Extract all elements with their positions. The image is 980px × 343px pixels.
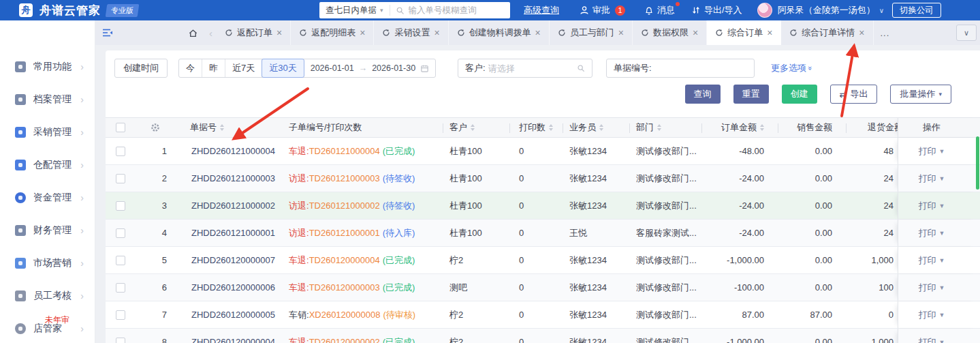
print-dropdown-button[interactable]: 打印 ▼ [919,200,945,212]
sub-order-number-link[interactable]: XD260120000008 [309,310,381,320]
refresh-icon[interactable] [558,29,566,37]
tab[interactable]: 数据权限 × [633,20,707,45]
order-number-link[interactable]: ZHDD260121000002 [191,200,275,211]
refresh-icon[interactable] [299,29,307,37]
refresh-icon[interactable] [641,29,649,37]
close-icon[interactable]: × [276,28,282,38]
close-icon[interactable]: × [693,28,698,38]
calendar-icon[interactable] [420,64,429,73]
tab[interactable]: 综合订单详情 × [781,20,873,45]
refresh-icon[interactable] [225,29,233,37]
order-number-link[interactable]: ZHDD260121000003 [191,173,275,183]
date-to[interactable]: 2026-01-30 [372,63,415,73]
scrollbar-thumb[interactable] [976,136,979,190]
sub-order-number-link[interactable]: TD260121000001 [309,228,380,238]
export-button[interactable]: ⇄ 导出 [830,85,878,104]
refresh-icon[interactable] [382,29,390,37]
header-print-count[interactable]: 打印数 [509,118,563,137]
order-number-link[interactable]: ZHDD260120000005 [191,310,275,320]
print-dropdown-button[interactable]: 打印 ▼ [919,173,945,185]
row-checkbox[interactable] [116,174,125,183]
create-time-selector[interactable]: 创建时间 [114,59,168,78]
refresh-icon[interactable] [457,29,465,37]
row-checkbox[interactable] [116,256,125,265]
sub-order-number-link[interactable]: TD260121000002 [309,200,380,211]
close-icon[interactable]: × [618,28,624,38]
header-order-amount[interactable]: 订单金额 [701,118,778,137]
advanced-search-link[interactable]: 高级查询 [524,4,559,16]
quick-range-7d[interactable]: 近7天 [225,59,262,77]
close-icon[interactable]: × [535,28,541,38]
sidebar-collapse-icon[interactable] [102,28,113,38]
sub-order-number-link[interactable]: TD260120000003 [309,282,380,293]
order-number-link[interactable]: ZHDD260120000006 [191,282,275,293]
tab-expand-dropdown[interactable]: ∨ [956,25,977,41]
quick-range-yesterday[interactable]: 昨 [202,59,225,77]
search-scope-dropdown[interactable]: 查七日内单据 ▾ [319,5,390,16]
row-checkbox[interactable] [116,310,125,320]
sub-order-number-link[interactable]: TD260120000004 [309,255,380,265]
print-dropdown-button[interactable]: 打印 ▼ [919,254,945,267]
row-checkbox[interactable] [116,283,125,293]
print-dropdown-button[interactable]: 打印 ▼ [919,227,945,239]
order-no-input[interactable] [654,63,747,74]
more-options-link[interactable]: 更多选项 » [771,62,812,74]
order-search-input[interactable] [409,5,510,15]
print-dropdown-button[interactable]: 打印 ▼ [919,309,945,321]
reset-button[interactable]: 重置 [733,85,769,104]
row-checkbox[interactable] [116,228,125,238]
order-number-link[interactable]: ZHDD260120000007 [191,255,275,265]
order-number-link[interactable]: ZHDD260120000004 [191,337,275,343]
order-number-link[interactable]: ZHDD260121000004 [191,146,275,156]
header-order-no[interactable]: 单据号 [175,118,287,137]
quick-range-today[interactable]: 今 [179,59,202,77]
close-icon[interactable]: × [360,28,365,38]
sub-order-number-link[interactable]: TD260121000003 [309,173,380,183]
user-avatar[interactable] [757,3,772,18]
tab[interactable]: 采销设置 × [374,20,448,45]
close-icon[interactable]: × [859,28,864,38]
gear-icon[interactable] [151,123,160,132]
user-name[interactable]: 阿呆呆（金陵第一汤包） [778,4,875,16]
customer-input[interactable] [488,63,577,74]
sidebar-item[interactable]: 采销管理 › [0,116,95,149]
print-dropdown-button[interactable]: 打印 ▼ [919,282,945,294]
sidebar-item[interactable]: 档案管理 › [0,83,95,116]
sidebar-item[interactable]: 资金管理 › [0,181,95,214]
header-salesman[interactable]: 业务员 [563,118,629,137]
refresh-icon[interactable] [789,29,797,37]
row-checkbox[interactable] [116,338,125,343]
switch-company-button[interactable]: 切换公司 [892,3,941,18]
date-range-picker[interactable]: 2026-01-01 → 2026-01-30 [304,63,435,73]
header-department[interactable]: 部门 [629,118,701,137]
tab[interactable]: 综合订单 × [707,20,781,45]
print-dropdown-button[interactable]: 打印 ▼ [919,336,945,343]
sidebar-item[interactable]: 店管家 未年审 › [0,312,95,343]
sub-order-number-link[interactable]: TD260120000002 [309,337,380,343]
customer-filter[interactable]: 客户: [458,59,592,78]
order-number-link[interactable]: ZHDD260121000001 [191,228,275,238]
sidebar-item[interactable]: 市场营销 › [0,247,95,280]
sidebar-item[interactable]: 员工考核 › [0,280,95,312]
row-checkbox[interactable] [116,201,125,211]
date-from[interactable]: 2026-01-01 [311,63,354,73]
close-icon[interactable]: × [767,28,772,38]
sidebar-item[interactable]: 仓配管理 › [0,149,95,181]
quick-range-30d[interactable]: 近30天 [262,59,304,78]
sidebar-item[interactable]: 常用功能 › [0,50,95,83]
print-dropdown-button[interactable]: 打印 ▼ [919,145,945,158]
batch-actions-button[interactable]: 批量操作 ▾ [890,85,951,104]
tab[interactable]: 返配订单 × [217,20,291,45]
query-button[interactable]: 查询 [685,85,721,104]
chevron-down-icon[interactable]: ∨ [879,7,884,14]
close-icon[interactable]: × [434,28,439,38]
select-all-checkbox[interactable] [116,123,125,132]
order-no-filter[interactable]: 单据编号: [606,59,755,78]
tab-scroll-left-icon[interactable]: ‹ [209,27,212,39]
messages-menu[interactable]: 消息 [644,4,675,16]
sidebar-item[interactable]: 财务管理 › [0,214,95,247]
refresh-icon[interactable] [715,29,723,37]
tab[interactable]: 返配明细表 × [291,20,374,45]
home-icon[interactable] [188,28,198,38]
sub-order-number-link[interactable]: TD260121000004 [309,146,380,156]
